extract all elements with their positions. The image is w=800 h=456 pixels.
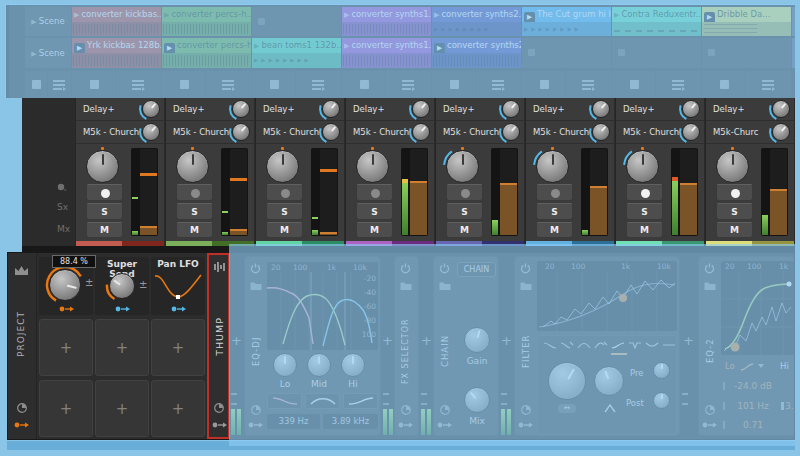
device-eq-dj-label[interactable]: EQ-DJ	[251, 303, 261, 399]
volume-knob[interactable]	[716, 150, 749, 183]
volume-knob[interactable]	[356, 150, 389, 183]
mod-route-icon[interactable]	[59, 305, 75, 313]
scene-list-icon[interactable]	[312, 80, 325, 90]
device-slot[interactable]: M5k - Church	[256, 121, 344, 144]
filter-shape-button[interactable]	[267, 393, 302, 409]
trim-control[interactable]: ±	[85, 277, 93, 288]
crown-icon[interactable]	[14, 265, 29, 276]
stop-icon[interactable]	[618, 49, 625, 56]
clock-icon[interactable]	[401, 405, 411, 415]
device-knob[interactable]	[412, 123, 430, 141]
solo-button[interactable]: S	[176, 203, 213, 220]
scene-list-button[interactable]	[116, 71, 161, 98]
clock-icon[interactable]	[705, 405, 715, 415]
power-icon[interactable]	[400, 263, 411, 274]
device-slot[interactable]: M5k - Church	[166, 121, 254, 144]
filter-type-icon[interactable]	[662, 340, 676, 351]
mod-route-icon[interactable]	[14, 421, 30, 429]
device-slot[interactable]: Delay+	[526, 98, 614, 121]
folder-icon[interactable]	[250, 281, 262, 291]
clip-stop-button[interactable]	[25, 71, 48, 98]
clip-play-icon[interactable]: ▶	[74, 43, 85, 53]
volume-knob[interactable]	[86, 150, 119, 183]
mod-route-icon[interactable]	[115, 305, 131, 313]
device-slot[interactable]: M5k - Church	[346, 121, 434, 144]
filter-type-icon[interactable]	[543, 340, 557, 351]
channel-meter[interactable]	[581, 148, 608, 236]
mute-button[interactable]: M	[356, 222, 393, 238]
scene-list-icon[interactable]	[582, 80, 595, 90]
volume-knob[interactable]	[266, 150, 299, 183]
clip-stop-button[interactable]	[702, 71, 746, 98]
record-arm-button[interactable]	[626, 184, 663, 201]
clock-icon[interactable]	[214, 403, 224, 413]
scene-list-button[interactable]	[386, 71, 431, 98]
scene-list-button[interactable]	[296, 71, 341, 98]
chain-gain-knob[interactable]	[464, 327, 490, 353]
eq-2-display[interactable]: 201001k	[721, 261, 794, 355]
folder-icon[interactable]	[704, 281, 716, 291]
clip-0-7[interactable]: ▶Dribble Da...	[702, 7, 791, 36]
eq-2-hi-freq-field[interactable]: 3.6	[785, 401, 795, 411]
fader-slot[interactable]	[770, 149, 787, 235]
fader-slot[interactable]	[140, 149, 157, 235]
volume-knob[interactable]	[446, 150, 479, 183]
record-arm-button[interactable]	[536, 184, 573, 201]
fader-slot[interactable]	[230, 149, 247, 235]
stop-icon[interactable]	[32, 80, 41, 89]
add-device-button[interactable]: +	[421, 333, 432, 348]
scene-list-icon[interactable]	[132, 80, 145, 90]
mute-button[interactable]: M	[446, 222, 483, 238]
clip-play-icon[interactable]: ▶	[704, 12, 715, 22]
fader-slot[interactable]	[680, 149, 697, 235]
record-arm-button[interactable]	[86, 184, 123, 201]
filter-type-icon[interactable]	[560, 340, 574, 351]
eq-2-band-lo-label[interactable]: Lo	[725, 361, 735, 371]
channel-meter[interactable]	[131, 148, 158, 236]
clip-play-icon[interactable]: ▶	[344, 39, 349, 53]
clip-play-icon[interactable]: ▶	[164, 8, 169, 22]
device-knob[interactable]	[412, 100, 430, 118]
stop-icon[interactable]	[720, 80, 729, 89]
clip-play-icon[interactable]: ▶	[164, 43, 175, 53]
device-knob[interactable]	[322, 123, 340, 141]
pan-lfo-curve[interactable]	[154, 271, 202, 301]
chain-mix-knob[interactable]	[464, 387, 490, 413]
dropdown-caret-icon[interactable]	[758, 364, 764, 368]
clip-1-3[interactable]: ▶converter synths1...	[342, 38, 431, 68]
stop-icon[interactable]	[90, 80, 99, 89]
device-knob[interactable]	[772, 123, 790, 141]
mod-route-icon[interactable]	[518, 421, 534, 429]
mod-route-icon[interactable]	[398, 421, 414, 429]
device-knob[interactable]	[322, 100, 340, 118]
scene-list-icon[interactable]	[762, 80, 775, 90]
clip-0-5[interactable]: ▶The Cut grum hi l...▶▶▶▶▶▶▶▶	[522, 7, 611, 36]
clip-play-icon[interactable]: ▶	[614, 8, 619, 22]
stop-icon[interactable]	[360, 80, 369, 89]
macro-knob[interactable]	[49, 269, 81, 301]
device-slot[interactable]: Delay+	[166, 98, 254, 121]
clip-play-icon[interactable]: ▶	[434, 43, 445, 53]
stop-icon[interactable]	[450, 80, 459, 89]
device-slot[interactable]: M5k - Church	[436, 121, 524, 144]
volume-knob[interactable]	[176, 150, 209, 183]
fader-handle[interactable]	[140, 173, 157, 176]
folder-icon[interactable]	[439, 281, 451, 291]
device-eq-2-label[interactable]: EQ-2	[705, 303, 715, 399]
fader-handle[interactable]	[320, 169, 337, 172]
device-slot[interactable]: Delay+	[256, 98, 344, 121]
clip-1-2[interactable]: ▶bean toms1 132b...▶▶▶▶▶▶▶▶	[252, 38, 341, 68]
track-device-rail[interactable]: THUMP	[207, 253, 230, 439]
empty-clip-slot[interactable]	[612, 38, 701, 68]
stop-icon[interactable]	[708, 49, 715, 56]
scene-list-icon[interactable]	[492, 80, 505, 90]
eq-2-gain-field[interactable]: -24.0 dB	[725, 381, 781, 391]
fader-slot[interactable]	[590, 149, 607, 235]
device-slot[interactable]: Delay+	[616, 98, 704, 121]
device-knob[interactable]	[502, 123, 520, 141]
empty-clip-slot[interactable]	[252, 7, 341, 36]
rail-mute-label[interactable]: Mx	[57, 224, 70, 234]
device-slot[interactable]: Delay+	[706, 98, 794, 121]
clip-stop-button[interactable]	[72, 71, 116, 98]
clip-1-0[interactable]: ▶Yrk kickbas 128b...	[72, 38, 161, 68]
